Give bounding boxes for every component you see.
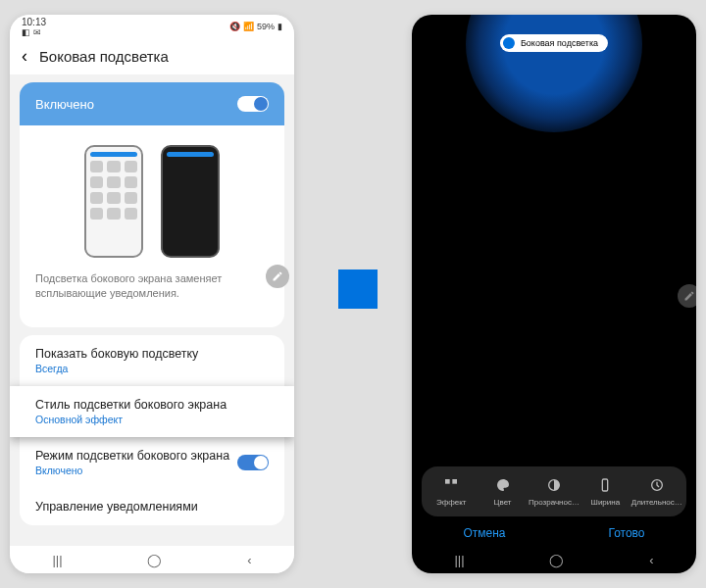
recents-icon[interactable]: ||| — [454, 553, 464, 567]
preview-dark — [161, 145, 220, 258]
svg-rect-3 — [603, 479, 608, 491]
settings-list: Показать боковую подсветку Всегда Стиль … — [20, 335, 284, 525]
show-edge-lighting[interactable]: Показать боковую подсветку Всегда — [20, 335, 284, 386]
edge-lighting-style[interactable]: Стиль подсветки бокового экрана Основной… — [10, 386, 294, 437]
width-control[interactable]: Ширина — [580, 476, 630, 507]
home-icon[interactable]: ◯ — [147, 553, 162, 567]
description-text: Подсветка бокового экрана заменяет всплы… — [20, 258, 284, 318]
home-icon[interactable]: ◯ — [549, 553, 564, 567]
back-nav-icon[interactable]: ‹ — [649, 553, 653, 567]
cancel-button[interactable]: Отмена — [463, 526, 505, 540]
effect-control[interactable]: Эффект — [427, 476, 476, 507]
back-icon[interactable]: ‹ — [22, 46, 27, 67]
edge-lighting-mode[interactable]: Режим подсветки бокового экрана Включено — [20, 437, 284, 488]
preview-light — [84, 145, 143, 258]
edit-icon[interactable] — [678, 284, 696, 308]
done-button[interactable]: Готово — [608, 526, 644, 540]
mode-toggle[interactable] — [237, 455, 269, 470]
master-toggle-row[interactable]: Включено — [20, 82, 284, 125]
back-nav-icon[interactable]: ‹ — [247, 553, 251, 567]
enabled-label: Включено — [35, 97, 94, 112]
notification-pill: Боковая подсветка — [500, 34, 608, 52]
edit-icon[interactable] — [266, 265, 289, 288]
battery: 59% — [257, 22, 275, 31]
action-row: Отмена Готово — [412, 520, 696, 546]
color-control[interactable]: Цвет — [479, 476, 528, 507]
pill-dot-icon — [503, 37, 515, 49]
status-bar: 10:13 ◧ ✉ 🔇 📶 59% ▮ — [10, 15, 294, 38]
time: 10:13 — [22, 17, 46, 27]
settings-screen: 10:13 ◧ ✉ 🔇 📶 59% ▮ ‹ Боковая подсветка … — [10, 15, 294, 573]
nav-bar: ||| ◯ ‹ — [412, 546, 696, 573]
nav-bar: ||| ◯ ‹ — [10, 546, 294, 573]
manage-notifications[interactable]: Управление уведомлениями — [20, 488, 284, 525]
edge-glow-preview: Боковая подсветка — [412, 15, 696, 142]
style-editor-screen: Боковая подсветка Эффект Цвет Прозрачнос… — [412, 15, 696, 573]
page-title: Боковая подсветка — [39, 48, 169, 65]
svg-rect-0 — [445, 479, 450, 484]
master-toggle[interactable] — [237, 96, 269, 112]
transparency-control[interactable]: Прозрачнос… — [530, 476, 579, 507]
duration-control[interactable]: Длительнос… — [632, 476, 681, 507]
svg-rect-1 — [453, 479, 458, 484]
connector-square — [338, 270, 378, 309]
header: ‹ Боковая подсветка — [10, 38, 294, 74]
style-controls: Эффект Цвет Прозрачнос… Ширина Длительно… — [422, 466, 686, 516]
preview-card: Подсветка бокового экрана заменяет всплы… — [20, 125, 284, 327]
recents-icon[interactable]: ||| — [52, 553, 62, 567]
